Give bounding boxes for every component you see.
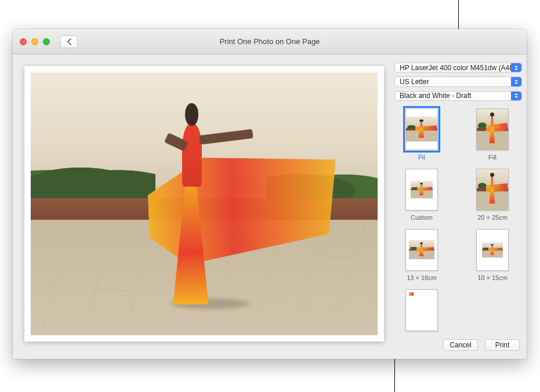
- format-thumbnail-image: [406, 117, 437, 141]
- format-grid: FitFillCustom20 × 25cm13 × 18cm10 × 15cm: [394, 108, 522, 335]
- format-option[interactable]: 20 × 25cm: [469, 169, 516, 221]
- print-button[interactable]: Print: [485, 339, 520, 351]
- print-dialog-window: Print One Photo on One Page: [13, 29, 527, 359]
- printer-select-value: HP LaserJet 400 color M451dw (A4E7C1): [400, 64, 522, 72]
- format-option[interactable]: Fit: [398, 108, 445, 161]
- maximize-icon[interactable]: [43, 38, 50, 45]
- content-area: HP LaserJet 400 color M451dw (A4E7C1) US…: [13, 55, 527, 359]
- print-preview-paper: [24, 66, 384, 342]
- format-option[interactable]: Fill: [469, 108, 516, 161]
- close-icon[interactable]: [20, 38, 27, 45]
- printer-select[interactable]: HP LaserJet 400 color M451dw (A4E7C1): [394, 63, 522, 72]
- format-label: 20 × 25cm: [477, 214, 508, 221]
- format-option[interactable]: 13 × 18cm: [398, 229, 445, 281]
- dropdown-arrows-icon: [511, 92, 521, 100]
- minimize-icon[interactable]: [31, 38, 38, 45]
- dropdown-arrows-icon: [511, 63, 521, 72]
- format-option[interactable]: Custom: [398, 169, 445, 221]
- format-option[interactable]: [398, 289, 445, 335]
- paper-size-value: US Letter: [400, 78, 429, 86]
- format-thumbnail: [476, 169, 509, 210]
- format-thumbnail: [405, 108, 438, 150]
- format-thumbnail: [405, 169, 438, 210]
- dropdown-arrows-icon: [511, 77, 521, 86]
- format-thumbnail: [476, 108, 509, 150]
- print-preview-photo: [31, 72, 378, 335]
- window-title: Print One Photo on One Page: [13, 37, 527, 46]
- format-thumbnail: [405, 289, 438, 331]
- format-thumbnail-image: [409, 240, 434, 259]
- format-label: Custom: [411, 214, 433, 221]
- format-thumbnail: [476, 229, 509, 271]
- back-button[interactable]: [60, 35, 78, 48]
- titlebar: Print One Photo on One Page: [13, 29, 527, 55]
- format-label: Fill: [488, 154, 496, 161]
- format-thumbnail-image: [406, 289, 437, 331]
- chevron-left-icon: [67, 38, 72, 45]
- format-thumbnail-image: [411, 181, 433, 198]
- print-options-sidebar: HP LaserJet 400 color M451dw (A4E7C1) US…: [390, 55, 528, 359]
- format-thumbnail-image: [482, 242, 503, 257]
- format-label: 13 × 18cm: [407, 274, 437, 281]
- window-controls: [13, 38, 50, 45]
- preview-pane: [13, 55, 390, 359]
- format-label: 10 × 15cm: [477, 274, 508, 281]
- cancel-button[interactable]: Cancel: [443, 339, 478, 351]
- format-thumbnail-image: [477, 108, 508, 150]
- format-thumbnail: [405, 229, 438, 271]
- format-thumbnail-image: [477, 169, 508, 210]
- print-quality-value: Black and White - Draft: [400, 92, 471, 100]
- dialog-buttons: Cancel Print: [394, 335, 522, 353]
- print-quality-select[interactable]: Black and White - Draft: [394, 91, 522, 101]
- paper-size-select[interactable]: US Letter: [394, 77, 522, 86]
- format-option[interactable]: 10 × 15cm: [469, 229, 516, 281]
- format-label: Fit: [418, 154, 425, 161]
